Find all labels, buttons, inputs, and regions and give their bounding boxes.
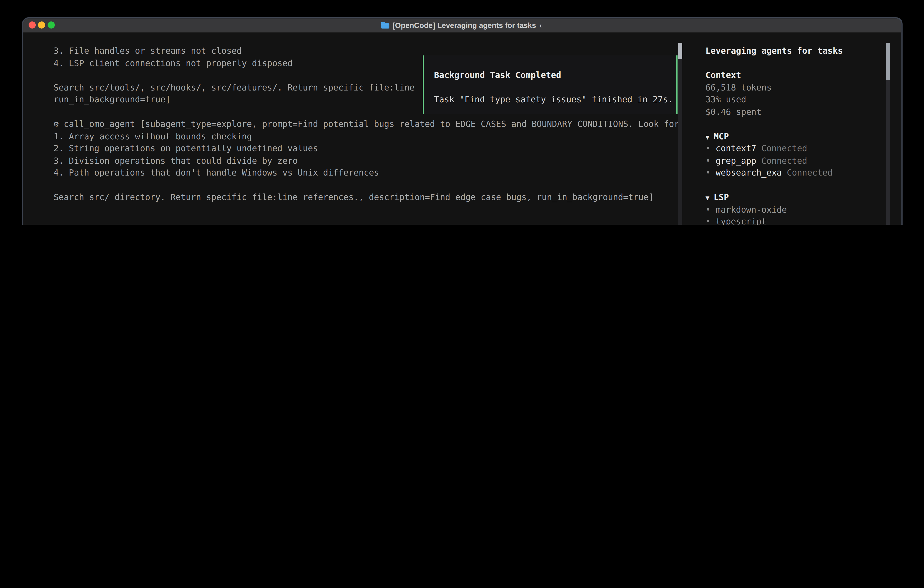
mcp-name: grep_app (716, 156, 756, 165)
chevron-down-icon: ▼ (706, 133, 710, 141)
tool-call-line: ⚙ call_omo_agent [subagent_type=explore,… (54, 118, 679, 130)
screen: [OpenCode] Leveraging agents for tasks ◐… (0, 0, 924, 225)
session-title: Leveraging agents for tasks (706, 45, 902, 57)
chat-scrollbar[interactable] (678, 43, 682, 225)
bullet-icon: • (706, 216, 716, 225)
session-status-icon: ◐ (539, 21, 543, 30)
terminal-line: Search src/ directory. Return specific f… (54, 191, 679, 203)
mcp-section-header[interactable]: ▼MCP (706, 130, 902, 142)
chat-scrollbar-thumb[interactable] (678, 43, 682, 59)
terminal-line: 3. File handles or streams not closed (54, 45, 679, 57)
lsp-name: markdown-oxide (716, 205, 787, 214)
bullet-icon: • (706, 203, 716, 216)
mcp-header-label: MCP (714, 131, 729, 141)
toast-title: Background Task Completed (434, 69, 676, 81)
lsp-header-label: LSP (714, 192, 729, 202)
chevron-down-icon: ▼ (706, 194, 710, 202)
sidebar-scrollbar-thumb[interactable] (886, 43, 890, 80)
mcp-name: context7 (716, 144, 756, 153)
sidebar-scrollbar[interactable] (886, 43, 890, 225)
terminal-line: 3. Division operations that could divide… (54, 155, 679, 167)
window-title-text: [OpenCode] Leveraging agents for tasks (393, 21, 536, 30)
titlebar: [OpenCode] Leveraging agents for tasks ◐ (23, 18, 901, 33)
sidebar: Leveraging agents for tasks Context 66,5… (696, 32, 901, 225)
mcp-status: Connected (787, 168, 833, 177)
mcp-item: •context7 Connected (706, 142, 902, 155)
terminal-line: 4. Path operations that don't handle Win… (54, 167, 679, 179)
toast-body: Task "Find type safety issues" finished … (434, 93, 676, 106)
context-used: 33% used (706, 93, 902, 106)
mcp-item: •grep_app Connected (706, 155, 902, 167)
context-tokens: 66,518 tokens (706, 81, 902, 93)
lsp-item: •markdown-oxide (706, 203, 902, 216)
bullet-icon: • (706, 167, 716, 179)
terminal-line: 1. Array access without bounds checking (54, 130, 679, 142)
mcp-status: Connected (761, 144, 807, 153)
bullet-icon: • (706, 155, 716, 167)
terminal-line: 2. String operations on potentially unde… (54, 142, 679, 155)
context-spent: $0.46 spent (706, 106, 902, 118)
background-task-toast[interactable]: Background Task Completed Task "Find typ… (422, 56, 678, 114)
folder-icon (381, 22, 390, 29)
mcp-item: •websearch_exa Connected (706, 167, 902, 179)
context-header: Context (706, 69, 902, 81)
gear-icon: ⚙ (54, 119, 59, 129)
lsp-section-header[interactable]: ▼LSP (706, 191, 902, 203)
opencode-window: [OpenCode] Leveraging agents for tasks ◐… (22, 17, 903, 225)
lsp-item: •typescript (706, 216, 902, 225)
tool-call-text: call_omo_agent [subagent_type=explore, p… (59, 119, 679, 129)
window-title: [OpenCode] Leveraging agents for tasks ◐ (23, 18, 901, 32)
lsp-name: typescript (716, 217, 767, 225)
mcp-name: websearch_exa (716, 168, 782, 177)
bullet-icon: • (706, 142, 716, 155)
mcp-status: Connected (761, 156, 807, 165)
